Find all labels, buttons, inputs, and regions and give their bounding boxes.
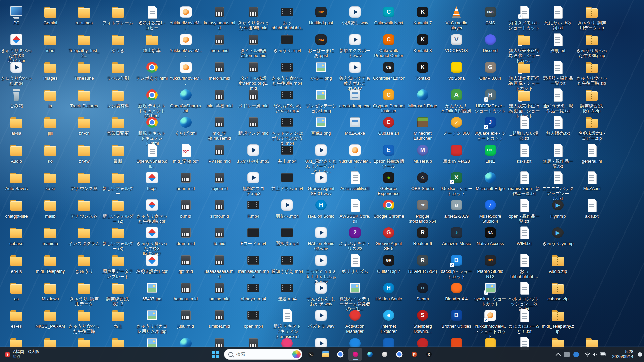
desktop-icon[interactable]: 名称未設定1 - コピー [136, 5, 168, 31]
desktop-icon[interactable]: mid_学校.mid [203, 87, 235, 108]
desktop-icon[interactable]: 新規エクスポート.wav [339, 32, 371, 58]
desktop-icon[interactable]: インスタグラム [68, 225, 100, 246]
desktop-icon[interactable]: 井上.mp4 [271, 143, 303, 164]
tray-blue-app-icon[interactable] [573, 352, 579, 357]
desktop-icon[interactable]: umibe.mid [203, 281, 235, 301]
desktop-icon[interactable]: OpenCvSharp.dll... [136, 143, 168, 169]
desktop-icon[interactable]: sfzPlogue sforzando x64 [407, 198, 439, 224]
desktop-icon[interactable]: きゅうり食べった午後3時.mp4 [271, 60, 303, 86]
desktop-icon[interactable]: eInternet Explorer [373, 308, 405, 334]
desktop-icon[interactable]: 売上 [102, 308, 134, 329]
desktop-icon[interactable]: レジ袋有料 [102, 87, 134, 108]
desktop-icon[interactable]: WIFI.txt [508, 225, 540, 246]
desktop-icon[interactable]: general.ini [576, 143, 608, 164]
desktop-icon[interactable]: OpenCvSharp.xml [170, 87, 202, 113]
desktop-icon[interactable]: es-es [0, 308, 33, 329]
taskbar-app-chrome-2[interactable] [393, 348, 406, 361]
quick-settings-button[interactable] [583, 351, 608, 358]
desktop-icon[interactable]: PC [0, 5, 33, 25]
desktop-icon[interactable]: きゅうり食べった午後3時.mid [237, 5, 269, 31]
desktop-icon[interactable]: CCakewalk Next [373, 5, 405, 25]
desktop-icon[interactable]: 新しいフォルダー (3) [102, 225, 134, 251]
desktop-icon[interactable]: B↗backup - ショートカット [440, 253, 473, 279]
desktop-icon[interactable]: まにまにわーるど！.txt [508, 308, 540, 334]
desktop-icon[interactable]: Blender 4.4 [440, 281, 473, 301]
desktop-icon[interactable]: kotusytuaaus.mid [203, 5, 235, 31]
desktop-icon[interactable]: NT2おーばーまにあ.ppsf [305, 32, 337, 58]
desktop-icon[interactable]: X↗9.5.xlsx - ショートカット [440, 170, 473, 196]
desktop-icon[interactable]: manisekarin.mp4 [237, 253, 269, 279]
desktop-icon[interactable]: YukkuriMovieM... [339, 143, 371, 169]
desktop-icon[interactable]: Mixdown [34, 281, 66, 301]
desktop-icon[interactable]: きゅうりピカコレ用サムネ.jpg [136, 308, 168, 334]
desktop-icon[interactable]: こっでｏｈｄｓｂｆｄｓｂふぁあ.wav [305, 253, 337, 284]
desktop-icon[interactable]: RReaktor 6 [407, 225, 439, 246]
desktop-icon[interactable]: タイトル未設定.tempo.mid [237, 32, 269, 58]
desktop-icon[interactable]: わかりやす.mp3 [237, 143, 269, 164]
desktop-icon[interactable]: Microsoft Edge [407, 87, 439, 108]
desktop-icon[interactable]: ohhayo-.mp4 [237, 281, 269, 301]
desktop-icon[interactable]: ずんだもん_しおかぜ.wav [305, 281, 337, 306]
desktop-icon[interactable]: 名称未設定1.cpr [136, 253, 168, 274]
desktop-icon[interactable]: 調声練習(失敗)_3 [102, 281, 134, 306]
desktop-icon[interactable]: 調声練習(失敗)_3.zip [576, 87, 608, 113]
desktop-icon[interactable]: MoZA.exe [339, 115, 371, 136]
desktop-icon[interactable]: 名称未設定1 - コピー.zip [576, 115, 608, 141]
desktop-icon[interactable]: dram.mid [170, 225, 202, 246]
desktop-icon[interactable]: 無題のスコア.mp3 [237, 170, 269, 196]
desktop-icon[interactable]: ksks.txt [508, 143, 540, 164]
desktop-icon[interactable]: CCakewalk Product Center [373, 32, 405, 58]
desktop-icon[interactable]: uaaaaaaaaa.mid [203, 253, 235, 279]
desktop-icon[interactable]: きゅうり食べった午後3時.zip [576, 32, 608, 58]
taskbar-app-edge[interactable] [363, 348, 377, 361]
desktop-icon[interactable]: ラベル印刷 [102, 60, 134, 81]
desktop-icon[interactable]: 新規 テキスト ドキュメント.html [136, 115, 168, 146]
desktop-icon[interactable]: J↗JQuake.exe - ショートカット [474, 115, 506, 141]
desktop-icon[interactable]: ↗無人販売不正行為 画像 - ショートカット [508, 60, 540, 91]
desktop-icon[interactable]: プレゼンテーション1.png [305, 87, 337, 113]
desktop-icon[interactable]: PDFmid_学校.pdf [170, 143, 202, 164]
desktop-icon[interactable]: 新規 テキスト ドキュメント (2).html [136, 87, 168, 118]
desktop-icon[interactable]: Aかんたん！AITalk 3 関西風 [440, 87, 473, 113]
desktop-icon[interactable]: NANative Access [474, 225, 506, 246]
taskbar-app-music-app[interactable] [348, 348, 362, 361]
desktop-icon[interactable]: YukkuriMovieM... [170, 5, 202, 31]
desktop-icon[interactable]: ポリリリズム [339, 253, 371, 274]
desktop-icon[interactable]: akis.txt [576, 198, 608, 219]
desktop-icon[interactable]: TimeTune [68, 60, 100, 81]
desktop-icon[interactable]: きゅうり食べった.mp4 [0, 60, 33, 86]
desktop-icon[interactable]: ko-kr [34, 170, 66, 191]
desktop-icon[interactable]: 筆まめ Ver.28 [440, 143, 473, 164]
desktop-icon[interactable]: かるー.png [305, 60, 337, 81]
search-highlight-icon[interactable] [292, 350, 301, 358]
desktop-icon[interactable]: 65407.jpg [136, 281, 168, 301]
desktop-icon[interactable]: 答え知ってても教えずわこれ.wav [339, 60, 371, 91]
desktop-icon[interactable]: おっhhhhhhhhhh... [508, 253, 540, 279]
desktop-icon[interactable]: CMSCMS [474, 5, 506, 25]
desktop-icon[interactable]: ja [34, 87, 66, 108]
desktop-icon[interactable]: PVTNd.mid [203, 143, 235, 164]
desktop-icon[interactable]: jusu.mid [170, 308, 202, 329]
desktop-icon[interactable]: RREAPER (x64) [407, 253, 439, 274]
taskbar-app-powerpoint[interactable]: P [408, 348, 421, 361]
desktop-icon[interactable]: en-us [0, 253, 33, 274]
desktop-icon[interactable]: 選択肢.mp4 [271, 225, 303, 246]
desktop-icon[interactable]: HALion Sonic 02.wav [305, 225, 337, 251]
desktop-icon[interactable]: タイトル未設定.tempo.orig1.mid [237, 60, 269, 91]
desktop-icon[interactable]: YukkuriMovieM... [170, 32, 202, 58]
start-button[interactable] [209, 348, 222, 361]
desktop-icon[interactable]: きゅうり_調声用データ [68, 281, 100, 306]
desktop-icon[interactable]: mero.mid [203, 32, 235, 53]
desktop-icon[interactable]: 羽花へ.mp4 [271, 198, 303, 219]
desktop-icon[interactable]: meroin.mid [203, 60, 235, 81]
desktop-icon[interactable]: mid_学校.musemid [203, 115, 235, 141]
desktop-icon[interactable]: BBrother Utilities [440, 308, 473, 329]
desktop-icon[interactable]: 画像1.png [305, 115, 337, 136]
desktop-icon[interactable]: Microsoft Edge [474, 170, 506, 191]
desktop-icon[interactable]: ゆうき [102, 32, 134, 53]
desktop-icon[interactable]: Minecraft Launcher [407, 115, 439, 141]
desktop-icon[interactable]: midi_Telepathy.zip [542, 308, 574, 334]
taskbar-clock[interactable]: 5:28 2025/09/14 [612, 349, 633, 359]
desktop-icon[interactable]: くらげ.xml [170, 115, 202, 136]
desktop-icon[interactable]: きゅうり食べった午後3時.cpr [136, 198, 168, 224]
